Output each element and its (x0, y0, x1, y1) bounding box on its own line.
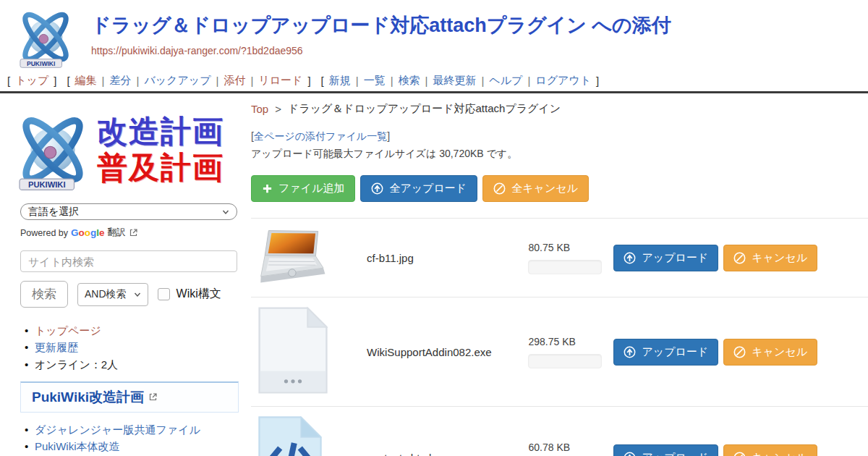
separator: | (425, 75, 428, 87)
add-file-label: ファイル追加 (278, 182, 344, 195)
breadcrumb-home-link[interactable]: Top (251, 103, 268, 115)
external-link-icon (129, 228, 138, 237)
nav-link-top[interactable]: トップ (15, 74, 48, 88)
nav-link-list[interactable]: 一覧 (364, 74, 386, 88)
logo-text-fukyuu: 普及計画 (97, 150, 224, 186)
nav-link-logout[interactable]: ログアウト (535, 74, 591, 88)
sidebar-site-logo[interactable]: PUKIWIKI 改造計画 普及計画 (10, 104, 239, 196)
nav-link-new[interactable]: 新規 (329, 74, 351, 88)
plus-icon (262, 183, 273, 194)
bracket: [ (321, 75, 324, 87)
cancel-button[interactable]: キャンセル (723, 444, 817, 456)
upload-all-label: 全アップロード (389, 182, 467, 195)
upload-button[interactable]: アップロード (613, 245, 718, 271)
breadcrumb-separator: > (275, 103, 281, 115)
separator: | (481, 75, 484, 87)
language-select-value: 言語を選択 (28, 206, 79, 219)
list-item: トップページ (20, 322, 239, 339)
sidebar-link-common-files[interactable]: ダジャレンジャー版共通ファイル (35, 423, 200, 436)
google-logo: Google (71, 227, 105, 238)
sidebar: PUKIWIKI 改造計画 普及計画 言語を選択 Powered by Goog… (0, 93, 250, 456)
file-size: 80.75 KB (528, 242, 613, 253)
language-select[interactable]: 言語を選択 (20, 203, 237, 220)
nav-link-diff[interactable]: 差分 (109, 74, 131, 88)
all-attachments-link[interactable]: 全ページの添付ファイル一覧 (254, 130, 387, 142)
online-users-count: オンライン：2人 (35, 358, 118, 371)
sidebar-link-recent-changes[interactable]: 更新履歴 (35, 341, 78, 353)
site-search-input[interactable] (20, 250, 237, 272)
nav-link-search[interactable]: 検索 (399, 74, 420, 88)
upload-label: アップロード (642, 251, 708, 265)
html-code-file-icon (257, 415, 323, 456)
page-header: PUKIWIKI ドラッグ＆ドロップアップロード対応attachプラグイン への… (0, 0, 868, 69)
nav-link-help[interactable]: ヘルプ (489, 74, 522, 88)
nav-link-recent[interactable]: 最終更新 (433, 74, 476, 88)
list-item: ダジャレンジャー版共通ファイル (20, 421, 239, 438)
file-size: 298.75 KB (528, 336, 613, 347)
upload-label: アップロード (642, 345, 708, 359)
bracket: ] (54, 75, 56, 87)
chevron-down-icon (222, 208, 229, 216)
upload-all-button[interactable]: 全アップロード (360, 175, 477, 202)
list-item: 更新履歴 (20, 339, 239, 355)
separator: | (356, 75, 359, 87)
svg-text:PUKIWIKI: PUKIWIKI (27, 60, 55, 67)
banner-link[interactable]: PukiWiki改造計画 (32, 388, 144, 407)
bracket: ] (387, 130, 390, 142)
ban-circle-icon (733, 252, 746, 264)
cancel-all-button[interactable]: 全キャンセル (482, 175, 589, 202)
search-mode-select[interactable]: AND検索 (77, 283, 148, 306)
pukiwiki-kaizou-banner[interactable]: PukiWiki改造計画 (20, 381, 239, 413)
translate-link[interactable]: 翻訳 (108, 227, 126, 239)
separator: | (391, 75, 393, 87)
laptop-photo-thumbnail (257, 227, 332, 286)
nav-link-edit[interactable]: 編集 (75, 74, 97, 88)
bracket: [ (67, 75, 69, 87)
separator: | (136, 75, 139, 87)
upload-toolbar: ファイル追加 全アップロード 全キャンセル (251, 175, 868, 202)
svg-text:PUKIWIKI: PUKIWIKI (28, 180, 66, 189)
sidebar-link-core-mod[interactable]: PukiWiki本体改造 (35, 440, 120, 452)
separator: | (102, 75, 105, 87)
max-upload-size-text: アップロード可能最大ファイルサイズは 30,720KB です。 (251, 148, 868, 161)
page-url-link[interactable]: https://pukiwiki.dajya-ranger.com/?1bd2d… (91, 45, 303, 56)
sidebar-top-list: トップページ 更新履歴 オンライン：2人 (20, 322, 239, 373)
upload-progress-bar (528, 354, 602, 368)
search-button[interactable]: 検索 (20, 281, 68, 308)
upload-circle-icon (624, 252, 636, 264)
cancel-label: キャンセル (752, 451, 807, 456)
cancel-button[interactable]: キャンセル (723, 245, 817, 271)
main-content: Top > ドラッグ＆ドロップアップロード対応attachプラグイン [全ページ… (250, 93, 868, 456)
external-link-icon (148, 392, 158, 402)
wiki-syntax-checkbox[interactable] (158, 288, 170, 300)
sidebar-link-toppage[interactable]: トップページ (35, 324, 101, 337)
generic-file-icon (257, 305, 329, 395)
nav-link-reload[interactable]: リロード (258, 74, 302, 88)
powered-by-label: Powered by (20, 228, 68, 238)
table-row: contents.html 60.78 KB アップロード (251, 406, 868, 456)
pukiwiki-atom-logo-icon: PUKIWIKI (7, 4, 84, 69)
page-title: ドラッグ＆ドロップアップロード対応attachプラグイン への添付 (91, 14, 868, 37)
ban-circle-icon (493, 182, 506, 195)
upload-button[interactable]: アップロード (613, 339, 718, 366)
chevron-down-icon (134, 291, 141, 298)
wiki-syntax-label: Wiki構文 (176, 287, 221, 302)
nav-link-backup[interactable]: バックアップ (144, 74, 210, 88)
breadcrumb: Top > ドラッグ＆ドロップアップロード対応attachプラグイン (251, 102, 868, 116)
separator: | (250, 75, 253, 87)
attach-file-list-line: [全ページの添付ファイル一覧] (251, 130, 868, 143)
table-row: WikiSupportAddin082.exe 298.75 KB アップロード (251, 297, 868, 406)
bracket: ] (307, 75, 310, 87)
separator: | (527, 75, 530, 87)
cancel-button[interactable]: キャンセル (723, 339, 817, 366)
sidebar-logo-text: 改造計画 普及計画 (97, 114, 224, 187)
upload-progress-bar (528, 260, 602, 274)
upload-button[interactable]: アップロード (613, 444, 718, 456)
list-item: オンライン：2人 (20, 356, 239, 373)
logo-text-kaizou: 改造計画 (97, 114, 224, 150)
cancel-all-label: 全キャンセル (511, 182, 578, 195)
add-file-button[interactable]: ファイル追加 (251, 175, 355, 202)
pukiwiki-atom-logo-icon: PUKIWIKI (10, 107, 95, 193)
nav-link-attach[interactable]: 添付 (224, 74, 245, 88)
file-name: contents.html (367, 452, 528, 456)
